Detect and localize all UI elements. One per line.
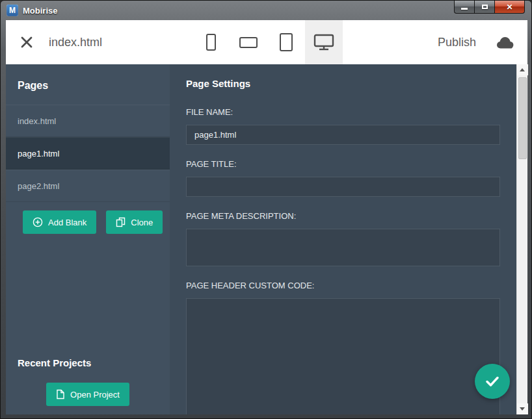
app-logo-icon: M [7,5,18,16]
add-circle-icon [33,217,43,227]
device-preview-switcher [192,20,343,64]
pages-heading: Pages [6,64,170,105]
recent-projects-section: Recent Projects Open Project [6,357,170,414]
page-settings-panel: Page Settings FILE NAME: PAGE TITLE: PAG… [170,64,516,414]
page-title-input[interactable] [186,177,500,197]
close-x-icon [20,35,34,49]
page-item-label: page1.html [18,149,59,159]
header-custom-code-textarea[interactable] [186,298,500,414]
page-title-label: PAGE TITLE: [186,159,500,169]
clone-icon [116,217,126,227]
workspace: Pages index.html page1.html page2.html [6,64,527,414]
check-icon [484,373,501,390]
recent-projects-heading: Recent Projects [6,357,170,383]
maximize-icon [482,5,488,9]
file-name-label: FILE NAME: [186,107,500,117]
cloud-upload-icon [496,36,516,49]
page-list-item[interactable]: page2.html [6,170,170,202]
app-frame: index.html [6,20,527,414]
page-list-item-selected[interactable]: page1.html [6,137,170,170]
page-actions: Add Blank Clone [6,202,170,234]
arrow-down-icon [520,407,525,411]
page-list-item[interactable]: index.html [6,105,170,137]
page-item-label: page2.html [18,181,59,191]
publish-group: Publish [438,36,516,49]
current-page-name: index.html [49,36,102,49]
publish-button[interactable]: Publish [438,36,476,49]
confirm-settings-button[interactable] [475,364,510,399]
vertical-scrollbar[interactable] [516,64,527,414]
add-blank-button[interactable]: Add Blank [23,210,96,234]
meta-description-textarea[interactable] [186,229,500,266]
publish-cloud-button[interactable] [496,36,516,49]
meta-description-label: PAGE META DESCRIPTION: [186,211,500,221]
phone-landscape-icon [239,37,258,48]
open-project-wrap: Open Project [6,383,170,406]
close-window-button[interactable]: ✕ [494,1,525,14]
phone-icon [206,34,216,51]
device-phone-landscape-button[interactable] [230,20,267,64]
tablet-icon [280,33,293,51]
pages-sidebar: Pages index.html page1.html page2.html [6,64,170,414]
clone-button[interactable]: Clone [106,210,163,234]
arrow-up-icon [520,68,525,71]
scroll-up-button[interactable] [517,64,528,75]
clone-label: Clone [131,218,153,227]
minimize-icon [461,8,468,10]
main-toolbar: index.html [6,20,527,64]
desktop-icon [313,34,334,51]
scrollbar-thumb[interactable] [518,77,527,159]
page-settings-heading: Page Settings [186,78,500,89]
device-phone-button[interactable] [192,20,230,64]
window-title: Mobirise [23,6,57,16]
window-controls: ✕ [454,1,525,14]
file-name-input[interactable] [186,125,500,145]
maximize-button[interactable] [474,1,494,14]
open-project-label: Open Project [70,390,120,400]
document-icon [56,389,65,400]
titlebar[interactable]: M Mobirise [1,1,531,20]
close-icon: ✕ [506,3,512,12]
open-project-button[interactable]: Open Project [46,383,129,406]
page-item-label: index.html [18,116,56,126]
scroll-down-button[interactable] [517,403,528,414]
device-desktop-button[interactable] [305,20,343,64]
device-tablet-button[interactable] [267,20,305,64]
page-list: index.html page1.html page2.html [6,105,170,202]
close-project-button[interactable] [19,34,34,50]
app-window: M Mobirise ✕ index.html [0,0,532,419]
header-custom-code-label: PAGE HEADER CUSTOM CODE: [186,281,500,290]
add-blank-label: Add Blank [48,218,86,227]
minimize-button[interactable] [454,1,474,14]
